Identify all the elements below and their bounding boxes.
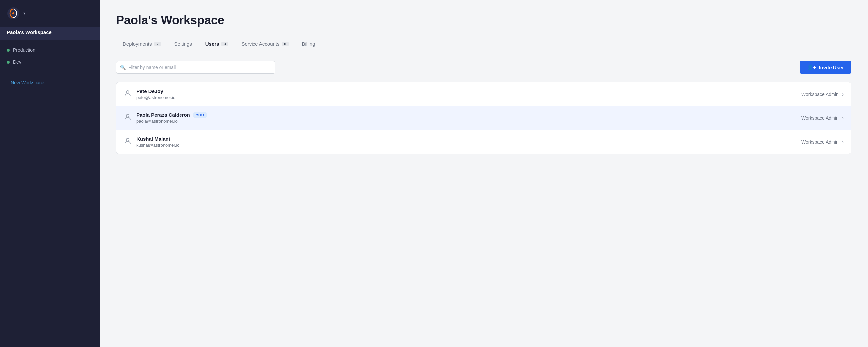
tab-settings-label: Settings [174,41,192,47]
page-title: Paola's Workspace [116,13,851,27]
main-content: Paola's Workspace Deployments 2 Settings… [99,0,868,347]
user-role: Workspace Admin [801,139,839,145]
workspace-dropdown[interactable]: ▾ [23,11,25,15]
user-name: Pete DeJoy [136,88,163,94]
user-email: pete@astronomer.io [136,95,801,100]
table-row[interactable]: Paola Peraza Calderon YOU paola@astronom… [117,106,851,130]
sidebar-item-label-dev: Dev [13,59,21,65]
tab-billing-label: Billing [302,41,315,47]
production-status-dot [7,49,10,52]
user-name-row: Paola Peraza Calderon YOU [136,112,801,118]
user-name-row: Kushal Malani [136,136,801,141]
tabs-bar: Deployments 2 Settings Users 3 Service A… [116,37,851,52]
table-row[interactable]: Pete DeJoy pete@astronomer.io Workspace … [117,82,851,106]
logo[interactable] [7,7,20,20]
user-role: Workspace Admin [801,116,839,121]
search-icon: 🔍 [120,65,126,70]
user-info: Kushal Malani kushal@astronomer.io [136,136,801,148]
search-input[interactable] [116,61,275,74]
search-wrapper: 🔍 [116,61,275,74]
invite-user-label: Invite User [818,65,844,70]
svg-point-1 [12,12,14,14]
tab-users[interactable]: Users 3 [199,37,235,52]
user-avatar-icon [124,137,132,147]
tab-deployments[interactable]: Deployments 2 [116,37,167,52]
user-email: kushal@astronomer.io [136,143,801,148]
user-name: Kushal Malani [136,136,170,141]
tab-billing[interactable]: Billing [295,37,322,52]
tab-deployments-badge: 2 [154,42,161,46]
sidebar-header: ▾ [0,0,99,27]
svg-point-4 [126,138,129,141]
tab-service-accounts[interactable]: Service Accounts 0 [235,37,295,52]
user-name-row: Pete DeJoy [136,88,801,94]
sidebar-item-dev[interactable]: Dev [0,56,99,68]
user-list: Pete DeJoy pete@astronomer.io Workspace … [116,82,851,154]
new-workspace-button[interactable]: + New Workspace [0,75,99,91]
tab-deployments-label: Deployments [123,41,152,47]
invite-user-button[interactable]: 👤+ Invite User [800,61,851,74]
invite-user-icon: 👤+ [807,64,816,70]
user-role: Workspace Admin [801,92,839,97]
tab-settings[interactable]: Settings [167,37,199,52]
svg-point-2 [126,91,129,93]
sidebar-item-label-production: Production [13,48,35,53]
you-badge: YOU [193,113,207,118]
table-row[interactable]: Kushal Malani kushal@astronomer.io Works… [117,130,851,154]
user-avatar-icon [124,89,132,99]
dev-status-dot [7,61,10,64]
tab-users-badge: 3 [221,42,228,46]
chevron-right-icon: › [842,91,844,97]
tab-users-label: Users [206,41,219,47]
sidebar-workspace-name[interactable]: Paola's Workspace [0,27,99,40]
svg-point-3 [126,115,129,117]
chevron-down-icon: ▾ [23,11,25,15]
search-actions-row: 🔍 👤+ Invite User [116,61,851,74]
chevron-right-icon: › [842,115,844,121]
sidebar-item-production[interactable]: Production [0,44,99,56]
tab-service-accounts-label: Service Accounts [241,41,279,47]
user-avatar-icon [124,113,132,123]
sidebar: ▾ Paola's Workspace Production Dev + New… [0,0,99,347]
tab-service-accounts-badge: 0 [282,42,289,46]
user-name: Paola Peraza Calderon [136,112,190,118]
user-email: paola@astronomer.io [136,119,801,124]
sidebar-nav: Production Dev [0,40,99,72]
user-info: Paola Peraza Calderon YOU paola@astronom… [136,112,801,124]
user-info: Pete DeJoy pete@astronomer.io [136,88,801,100]
chevron-right-icon: › [842,139,844,145]
